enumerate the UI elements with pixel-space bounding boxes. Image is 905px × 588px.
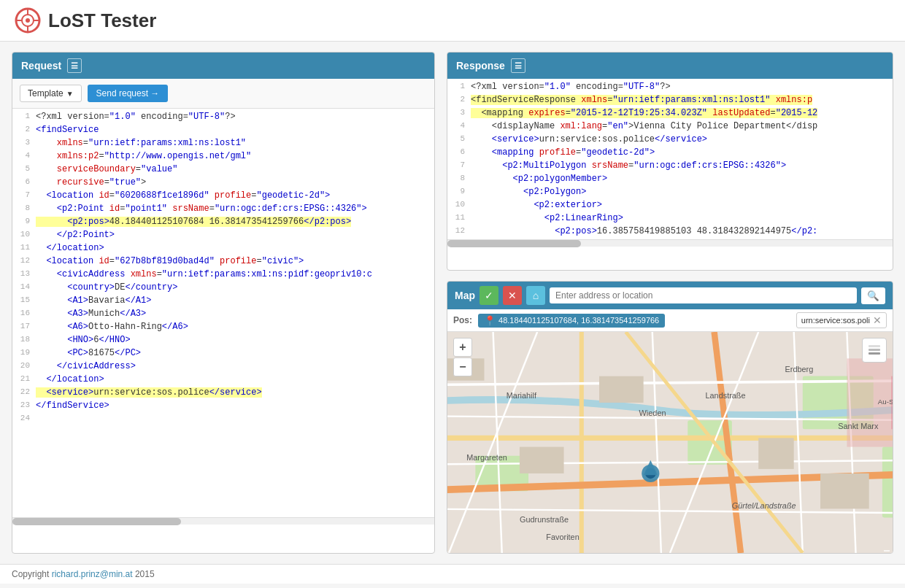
- svg-rect-7: [447, 332, 893, 553]
- code-line-18: 18 <HNO>6</HNO>: [12, 335, 434, 348]
- map-zoom-controls: + −: [453, 338, 472, 376]
- map-panel: Map ✓ ✕ ⌂ 🔍 Pos: 📍 48.184401125107684, 1…: [447, 281, 893, 554]
- code-line-14: 14 <country>DE</country>: [12, 282, 434, 295]
- svg-text:Favoriten: Favoriten: [546, 533, 579, 541]
- footer: Copyright richard.prinz@min.at 2015: [0, 564, 905, 584]
- footer-email-link[interactable]: richard.prinz@min.at: [52, 569, 133, 579]
- request-title: Request: [21, 60, 61, 71]
- right-panel: Response ☰ 1 <?xml version="1.0" encodin…: [447, 52, 893, 554]
- svg-text:Landstraße: Landstraße: [705, 391, 745, 400]
- svg-rect-28: [520, 447, 564, 473]
- svg-rect-47: [869, 352, 880, 355]
- send-request-button[interactable]: Send request →: [88, 85, 169, 102]
- map-container[interactable]: Mariahilf Landstraße Wieden Margareten G…: [447, 332, 893, 553]
- resp-line-2: 2 <findServiceResponse xmlns="urn:ietf:p…: [447, 95, 893, 108]
- layers-icon: [867, 343, 882, 357]
- code-line-8: 8 <p2:Point id="point1" srsName="urn:ogc…: [12, 204, 434, 217]
- resp-line-7: 7 <p2:MultiPolygon srsName="urn:ogc:def:…: [447, 160, 893, 174]
- code-line-3: 3 xmlns="urn:ietf:params:xml:ns:lost1": [12, 138, 434, 151]
- code-line-2: 2 <findService: [12, 125, 434, 138]
- pin-icon: 📍: [484, 315, 496, 326]
- map-layers-button[interactable]: [862, 338, 887, 363]
- code-line-21: 21 </location>: [12, 374, 434, 387]
- request-code: 1 <?xml version="1.0" encoding="UTF-8"?>…: [12, 109, 434, 430]
- resp-line-10: 10 <p2:exterior>: [447, 200, 893, 213]
- response-title: Response: [456, 60, 505, 71]
- svg-text:Erdberg: Erdberg: [785, 365, 814, 374]
- response-scrollbar-thumb[interactable]: [447, 240, 581, 247]
- resp-line-3: 3 <mapping expires="2015-12-12T19:25:34.…: [447, 108, 893, 121]
- resp-line-4: 4 <displayName xml:lang="en">Vienna City…: [447, 121, 893, 134]
- map-pos-bar: Pos: 📍 48.184401125107684, 16.3814735412…: [447, 309, 893, 332]
- resp-line-5: 5 <service>urn:service:sos.police</servi…: [447, 134, 893, 147]
- map-confirm-button[interactable]: ✓: [480, 286, 498, 305]
- response-code-area[interactable]: 1 <?xml version="1.0" encoding="UTF-8"?>…: [447, 79, 893, 239]
- code-line-22: 22 <service>urn:service:sos.police</serv…: [12, 387, 434, 401]
- main-content: Request ☰ Template ▼ Send request → 1 <?…: [0, 42, 905, 564]
- pos-coordinates: 📍 48.184401125107684, 16.381473541259766: [478, 314, 665, 328]
- zoom-out-button[interactable]: −: [453, 357, 472, 376]
- svg-text:Gudrunstraße: Gudrunstraße: [520, 515, 569, 524]
- response-code: 1 <?xml version="1.0" encoding="UTF-8"?>…: [447, 79, 893, 239]
- copyright-text: Copyright: [12, 569, 52, 579]
- request-scrollbar[interactable]: [12, 517, 434, 525]
- resp-line-8: 8 <p2:polygonMember>: [447, 174, 893, 187]
- code-line-1: 1 <?xml version="1.0" encoding="UTF-8"?>: [12, 112, 434, 125]
- svg-text:Sankt Marx: Sankt Marx: [838, 422, 879, 430]
- resp-line-9: 9 <p2:Polygon>: [447, 187, 893, 200]
- map-home-button[interactable]: ⌂: [526, 286, 545, 305]
- map-cancel-button[interactable]: ✕: [503, 286, 522, 305]
- resp-line-11: 11 <p2:LinearRing>: [447, 213, 893, 226]
- map-title: Map: [455, 290, 475, 301]
- request-toolbar: Template ▼ Send request →: [12, 79, 434, 109]
- svg-rect-49: [869, 345, 880, 347]
- svg-rect-48: [869, 349, 880, 351]
- request-code-area[interactable]: 1 <?xml version="1.0" encoding="UTF-8"?>…: [12, 109, 434, 517]
- resp-line-12: 12 <p2:pos>16.385758419885103 48.3184328…: [447, 226, 893, 239]
- code-line-20: 20 </civicAddress>: [12, 361, 434, 374]
- resp-line-1: 1 <?xml version="1.0" encoding="UTF-8"?>: [447, 82, 893, 95]
- app-title: LoST Tester: [48, 9, 156, 32]
- svg-rect-29: [599, 376, 644, 403]
- code-line-16: 16 <A3>Munich</A3>: [12, 309, 434, 322]
- map-search-button[interactable]: 🔍: [861, 287, 885, 304]
- svg-rect-30: [758, 438, 793, 468]
- svg-text:Au-Semmering: Au-Semmering: [878, 398, 893, 406]
- service-close-button[interactable]: ✕: [873, 314, 882, 326]
- svg-text:Margareten: Margareten: [466, 453, 507, 462]
- response-panel-header: Response ☰: [447, 53, 893, 79]
- code-line-10: 10 </p2:Point>: [12, 230, 434, 243]
- footer-year: 2015: [133, 569, 155, 579]
- dropdown-arrow-icon: ▼: [66, 90, 74, 98]
- code-line-7: 7 <location id="6020688f1ce1896d" profil…: [12, 190, 434, 204]
- code-line-6: 6 recursive="true">: [12, 177, 434, 190]
- svg-text:Gürtel/Landstraße: Gürtel/Landstraße: [732, 501, 796, 510]
- service-text: urn:service:sos.poli: [801, 316, 870, 325]
- svg-rect-31: [820, 473, 869, 508]
- map-search-input[interactable]: [550, 287, 857, 303]
- target-icon: [15, 7, 41, 34]
- map-attribution: [884, 550, 890, 552]
- code-line-12: 12 <location id="627b8bf819d0bad4d" prof…: [12, 256, 434, 269]
- template-button[interactable]: Template ▼: [20, 85, 82, 102]
- code-line-23: 23 </findService>: [12, 401, 434, 414]
- code-line-19: 19 <PC>81675</PC>: [12, 348, 434, 361]
- request-scrollbar-thumb[interactable]: [12, 518, 181, 525]
- response-menu-icon[interactable]: ☰: [511, 58, 525, 73]
- code-line-17: 17 <A6>Otto-Hahn-Ring</A6>: [12, 322, 434, 335]
- pos-label: Pos:: [453, 315, 472, 325]
- left-panel: Request ☰ Template ▼ Send request → 1 <?…: [12, 52, 435, 554]
- response-scrollbar[interactable]: [447, 239, 893, 247]
- request-menu-icon[interactable]: ☰: [67, 58, 82, 73]
- request-panel-header: Request ☰: [12, 53, 434, 79]
- map-toolbar: Map ✓ ✕ ⌂ 🔍: [447, 282, 893, 309]
- code-line-4: 4 xmlns:p2="http://www.opengis.net/gml": [12, 151, 434, 164]
- service-tag: urn:service:sos.poli ✕: [796, 312, 887, 328]
- svg-point-2: [26, 18, 30, 23]
- code-line-9: 9 <p2:pos>48.184401125107684 16.38147354…: [12, 217, 434, 230]
- svg-text:Wieden: Wieden: [639, 409, 666, 417]
- zoom-in-button[interactable]: +: [453, 338, 472, 357]
- code-line-13: 13 <civicAddress xmlns="urn:ietf:params:…: [12, 269, 434, 282]
- code-line-5: 5 serviceBoundary="value": [12, 164, 434, 177]
- map-svg: Mariahilf Landstraße Wieden Margareten G…: [447, 332, 893, 553]
